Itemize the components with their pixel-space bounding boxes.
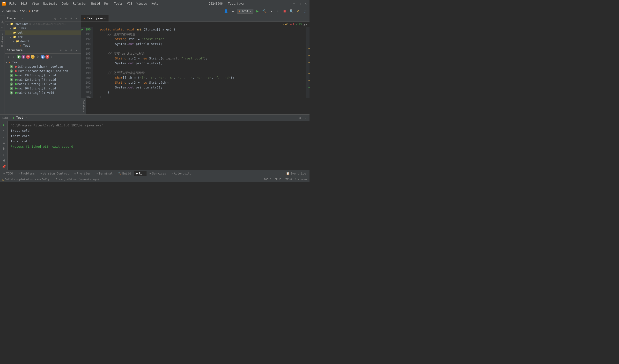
tool-tab-profiler[interactable]: ◷ Profiler — [72, 171, 93, 176]
plugins-button[interactable]: ⬡ — [302, 8, 308, 14]
status-indent[interactable]: 4 spaces — [295, 178, 308, 181]
menu-refactor[interactable]: Refactor — [71, 1, 89, 6]
tree-out[interactable]: ▶ 📁 out — [5, 30, 81, 35]
editor-more-btn[interactable]: ⋮ — [302, 15, 310, 22]
tool-tab-vcs[interactable]: ⊙ Version Control — [38, 171, 71, 176]
menu-view[interactable]: View — [30, 1, 41, 6]
structure-method-4[interactable]: m main11(String[]): void — [5, 82, 81, 86]
search-everywhere-button[interactable]: 🔍 — [289, 8, 294, 14]
show-other-btn[interactable]: 🔒 — [31, 55, 35, 59]
close-button[interactable]: ✕ — [304, 2, 308, 6]
show-hierarchy-btn[interactable]: ⌽ — [35, 54, 40, 59]
run-config-dropdown[interactable]: c Test ▾ — [237, 9, 253, 14]
structure-method-6[interactable]: m main9(String[]): void — [5, 91, 81, 95]
tree-demo1[interactable]: ▾ 📁 demo1 — [5, 39, 81, 43]
tool-tab-autobuild[interactable]: ⚠ Auto-build — [169, 171, 194, 176]
error-indicator[interactable]: ⊗ 1 — [290, 23, 294, 26]
menu-build[interactable]: Build — [89, 1, 102, 6]
show-classes-btn[interactable]: A — [45, 55, 49, 59]
structure-method-2[interactable]: m main13(String[]): void — [5, 73, 81, 78]
fold-btn-203[interactable]: [-] — [90, 90, 93, 95]
maximize-button[interactable]: □ — [298, 2, 302, 6]
ok-indicator[interactable]: ✓ 13 — [296, 23, 302, 26]
print-btn[interactable]: 🖨 — [1, 158, 7, 163]
menu-vcs[interactable]: VCS — [125, 1, 134, 6]
show-fields-btn[interactable]: f — [26, 55, 30, 59]
run-gutter-190[interactable]: ▶ — [82, 27, 83, 32]
menu-file[interactable]: File — [7, 1, 18, 6]
minimize-button[interactable]: ─ — [292, 2, 296, 6]
project-collapse-btn[interactable]: ⇆ — [64, 16, 68, 21]
status-charset[interactable]: UTF-8 — [284, 178, 292, 181]
git-update-btn[interactable]: 👤 — [224, 8, 229, 14]
tool-tab-terminal[interactable]: ▭ Terminal — [94, 171, 115, 176]
structure-close-btn[interactable]: ✕ — [74, 48, 79, 53]
structure-method-3[interactable]: m main12(String[]): void — [5, 78, 81, 82]
show-protected-btn[interactable]: p — [22, 55, 25, 59]
scroll-to-end-btn[interactable]: ↡ — [1, 152, 7, 157]
filter-btn[interactable]: ≡ — [1, 140, 7, 145]
structure-method-5[interactable]: m main10(String[]): void — [5, 86, 81, 91]
project-dropdown-arrow[interactable]: ▾ — [22, 17, 23, 20]
menu-navigate[interactable]: Navigate — [41, 1, 59, 6]
structure-method-1[interactable]: m isPalindrome(String): boolean — [5, 69, 81, 73]
run-tab-close[interactable]: ✕ — [26, 116, 27, 119]
structure-more-btn[interactable]: » — [51, 55, 53, 58]
database-side-tab[interactable]: Database — [81, 98, 86, 114]
project-locate-btn[interactable]: ◎ — [53, 16, 57, 21]
structure-root[interactable]: ▾ c Test — [5, 60, 81, 65]
status-position[interactable]: 205:1 — [264, 178, 271, 181]
status-line-ending[interactable]: CRLF — [274, 178, 281, 181]
menu-help[interactable]: Help — [149, 1, 160, 6]
tool-tab-run[interactable]: ▶ Run — [134, 171, 147, 176]
menu-tools[interactable]: Tools — [112, 1, 125, 6]
run-close-panel-btn[interactable]: ✕ — [303, 116, 308, 120]
menu-run[interactable]: Run — [102, 1, 112, 6]
project-side-tab[interactable]: Project — [0, 15, 5, 30]
step-over-button[interactable]: ↷ — [268, 8, 274, 14]
menu-code[interactable]: Code — [60, 1, 70, 6]
run-button[interactable]: ▶ — [255, 8, 260, 14]
prev-error-btn[interactable]: ▲ — [304, 23, 305, 26]
sort-by-type-btn[interactable]: ↕ — [11, 54, 16, 59]
git-icon[interactable]: ← — [230, 8, 236, 14]
code-content[interactable]: public static void main (String[] args) … — [93, 27, 306, 98]
tool-tab-build[interactable]: 🔨 Build — [116, 171, 133, 176]
stop-button[interactable]: ■ — [282, 8, 287, 14]
clear-output-btn[interactable]: 🗑 — [1, 146, 7, 151]
build-button[interactable]: 🔨 — [262, 8, 267, 14]
run-again-btn[interactable]: ▶ — [1, 122, 7, 127]
structure-settings-btn[interactable]: ⚙ — [69, 48, 73, 53]
structure-sort-type-btn[interactable]: ⇆ — [64, 48, 68, 53]
sort-alphabetically-btn[interactable]: ↕ — [6, 54, 11, 59]
run-settings-btn[interactable]: ⚙ — [298, 116, 302, 120]
tree-test-demo1[interactable]: ▶ c Test — [5, 43, 81, 47]
editor-tab-test[interactable]: c Test.java ✕ — [81, 15, 109, 22]
show-public-btn[interactable]: P — [17, 55, 21, 59]
menu-edit[interactable]: Edit — [19, 1, 29, 6]
next-error-btn[interactable]: ▼ — [306, 23, 308, 26]
project-settings-btn[interactable]: ⚙ — [69, 16, 73, 21]
menu-window[interactable]: Window — [135, 1, 149, 6]
breadcrumb-src[interactable]: src — [20, 9, 25, 13]
tool-tab-todo[interactable]: ≡ TODO — [1, 171, 15, 176]
pin-btn[interactable]: 📌 — [1, 164, 7, 169]
bottom-tab-test[interactable]: ▶ Test ✕ — [10, 114, 30, 121]
stop-run-btn[interactable]: ↓ — [1, 134, 7, 139]
tool-tab-problems[interactable]: ⚠ Problems — [16, 171, 37, 176]
tree-root[interactable]: ▾ 📁 20240306 D:\Code\Java\2024\20240 — [5, 22, 81, 26]
structure-method-0[interactable]: m isCharacter(char): boolean — [5, 65, 81, 69]
structure-sort-alpha-btn[interactable]: ⇅ — [58, 48, 63, 53]
project-expand-btn[interactable]: ⇅ — [58, 16, 63, 21]
step-into-button[interactable]: ↓ — [275, 8, 281, 14]
project-close-btn[interactable]: ✕ — [74, 16, 79, 21]
breadcrumb-project[interactable]: 20240306 — [2, 9, 16, 13]
tree-src[interactable]: ▾ 📁 src — [5, 35, 81, 39]
breadcrumb-file[interactable]: Test — [32, 9, 39, 13]
tool-tab-eventlog[interactable]: 📋 Event Log — [284, 171, 309, 176]
tab-close-btn[interactable]: ✕ — [104, 17, 106, 20]
bookmarks-side-tab[interactable]: Bookmarks — [0, 30, 5, 49]
settings-button[interactable]: ⊕ — [295, 8, 301, 14]
rerun-btn[interactable]: ↑ — [1, 128, 7, 133]
tool-tab-services[interactable]: ◈ Services — [147, 171, 168, 176]
